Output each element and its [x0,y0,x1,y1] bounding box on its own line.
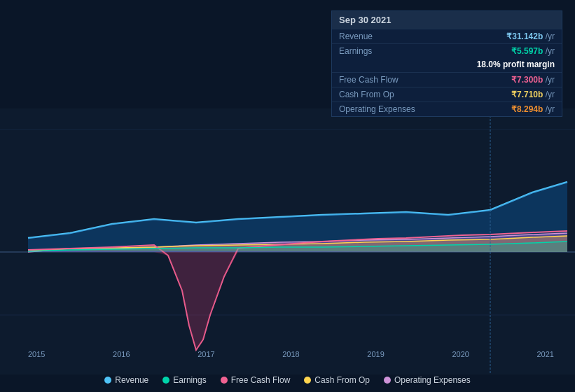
legend-revenue-dot [104,377,111,384]
tooltip-fcf-row: Free Cash Flow ₹7.300b /yr [332,72,562,87]
legend-earnings: Earnings [162,375,206,385]
legend-fcf: Free Cash Flow [221,375,291,385]
legend-opex-dot [384,377,391,384]
tooltip-earnings-label: Earnings [339,46,372,56]
legend-cashfromop-label: Cash From Op [314,375,370,385]
legend-earnings-dot [162,377,169,384]
x-label-2020: 2020 [452,350,469,358]
legend-revenue-label: Revenue [115,375,148,385]
tooltip-opex-value: ₹8.294b /yr [511,104,555,114]
legend-cashfromop: Cash From Op [304,375,370,385]
tooltip-fcf-value: ₹7.300b /yr [511,75,555,85]
tooltip-earnings-value: ₹5.597b /yr [511,46,555,56]
chart-tooltip: Sep 30 2021 Revenue ₹31.142b /yr Earning… [331,10,562,117]
main-chart [0,108,575,374]
tooltip-cashfromop-label: Cash From Op [339,90,394,99]
x-label-2019: 2019 [367,350,384,358]
tooltip-opex-label: Operating Expenses [339,104,415,114]
tooltip-revenue-value: ₹31.142b /yr [506,31,555,41]
x-label-2017: 2017 [198,350,214,358]
chart-legend: Revenue Earnings Free Cash Flow Cash Fro… [0,375,575,385]
legend-opex: Operating Expenses [384,375,471,385]
legend-earnings-label: Earnings [173,375,206,385]
x-axis: 2015 2016 2017 2018 2019 2020 2021 [0,350,575,358]
tooltip-cashfromop-row: Cash From Op ₹7.710b /yr [332,87,562,102]
tooltip-fcf-label: Free Cash Flow [339,75,399,85]
x-label-2016: 2016 [113,350,130,358]
legend-opex-label: Operating Expenses [394,375,471,385]
legend-fcf-dot [221,377,228,384]
tooltip-cashfromop-value: ₹7.710b /yr [511,90,555,99]
tooltip-revenue-row: Revenue ₹31.142b /yr [332,29,562,43]
tooltip-revenue-label: Revenue [339,31,373,41]
legend-cashfromop-dot [304,377,311,384]
tooltip-date: Sep 30 2021 [332,11,562,29]
x-label-2018: 2018 [282,350,299,358]
tooltip-earnings-row: Earnings ₹5.597b /yr [332,43,562,58]
x-label-2021: 2021 [536,350,553,358]
tooltip-profit-margin-row: 18.0% profit margin [332,58,562,72]
legend-revenue: Revenue [104,375,148,385]
legend-fcf-label: Free Cash Flow [231,375,291,385]
tooltip-opex-row: Operating Expenses ₹8.294b /yr [332,102,562,116]
tooltip-profit-margin: 18.0% profit margin [477,59,555,69]
x-label-2015: 2015 [28,350,45,358]
